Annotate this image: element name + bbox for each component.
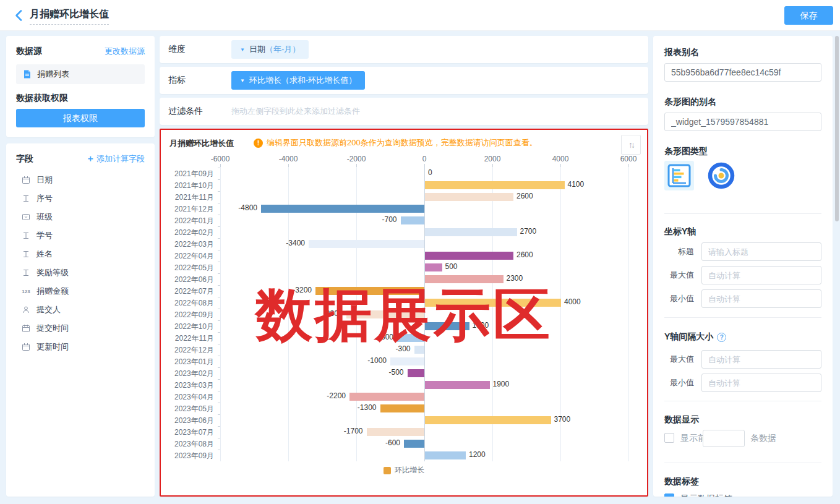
bar-value-label: 0 bbox=[428, 168, 432, 177]
bar-value-label: 500 bbox=[445, 262, 458, 271]
bar[interactable] bbox=[425, 228, 517, 236]
category-tick bbox=[218, 309, 220, 309]
category-label: 2022年02月 bbox=[161, 228, 214, 238]
field-item[interactable]: 提交时间 bbox=[16, 319, 145, 338]
chevron-down-icon: ▼ bbox=[240, 78, 245, 83]
field-item[interactable]: 序号 bbox=[16, 189, 145, 208]
bar[interactable] bbox=[349, 393, 424, 401]
sort-arrows-icon[interactable]: ↑↓ bbox=[621, 135, 641, 155]
bar-value-label: 3700 bbox=[554, 415, 571, 424]
field-item[interactable]: 奖励等级 bbox=[16, 263, 145, 282]
y-interval-input[interactable] bbox=[701, 374, 821, 392]
show-first-checkbox[interactable] bbox=[664, 433, 674, 443]
x-tick-label: -2000 bbox=[347, 155, 366, 163]
gridline bbox=[220, 167, 221, 461]
bar-value-label: 4100 bbox=[568, 180, 585, 189]
bar[interactable] bbox=[425, 322, 469, 330]
bar[interactable] bbox=[346, 310, 425, 318]
metric-label: 指标 bbox=[160, 75, 231, 86]
bar[interactable] bbox=[425, 451, 466, 459]
datasource-item[interactable]: 捐赠列表 bbox=[16, 64, 145, 84]
report-alias-title: 报表别名 bbox=[664, 47, 699, 58]
field-item[interactable]: 提交人 bbox=[16, 301, 145, 319]
bar[interactable] bbox=[309, 240, 424, 248]
page-scrollbar[interactable] bbox=[835, 36, 839, 221]
report-alias-input[interactable] bbox=[664, 63, 821, 82]
field-item[interactable]: 123捐赠金额 bbox=[16, 282, 145, 301]
datasource-item-label: 捐赠列表 bbox=[37, 69, 69, 80]
legend-item[interactable]: 环比增长 bbox=[384, 465, 424, 476]
bar[interactable] bbox=[397, 334, 424, 342]
bar[interactable] bbox=[390, 357, 424, 365]
category-tick bbox=[218, 215, 220, 215]
field-item-label: 序号 bbox=[36, 193, 53, 204]
x-tick-label: 4000 bbox=[552, 155, 569, 163]
data-display-title: 数据显示 bbox=[664, 414, 699, 425]
bar[interactable] bbox=[425, 299, 561, 307]
field-item[interactable]: 班级 bbox=[16, 208, 145, 226]
metric-tag[interactable]: ▼ 环比增长（求和-环比增长值） bbox=[231, 71, 365, 90]
field-item[interactable]: 学号 bbox=[16, 226, 145, 245]
back-icon[interactable] bbox=[12, 9, 26, 22]
filter-row[interactable]: 过滤条件 拖动左侧字段到此处来添加过滤条件 bbox=[160, 98, 648, 125]
question-icon[interactable]: ? bbox=[717, 333, 726, 342]
text-icon bbox=[20, 268, 32, 277]
bar[interactable] bbox=[367, 428, 425, 436]
y-interval-title: Y轴间隔大小 ? bbox=[664, 331, 726, 343]
save-button[interactable]: 保存 bbox=[784, 6, 833, 25]
bar[interactable] bbox=[425, 193, 513, 201]
field-item-label: 日期 bbox=[36, 174, 53, 186]
number-icon: 123 bbox=[20, 289, 32, 294]
bar[interactable] bbox=[425, 381, 490, 389]
horizontal-bar-chart-icon[interactable] bbox=[664, 161, 694, 190]
category-label: 2022年01月 bbox=[161, 216, 214, 226]
text-icon bbox=[20, 250, 32, 258]
page-title[interactable]: 月捐赠环比增长值 bbox=[30, 8, 109, 25]
bar[interactable] bbox=[408, 369, 425, 377]
dimension-tag[interactable]: ▼ 日期 （年-月） bbox=[231, 40, 309, 59]
radial-bar-chart-icon[interactable] bbox=[706, 161, 736, 190]
widget-alias-input[interactable] bbox=[664, 113, 821, 131]
field-item[interactable]: 更新时间 bbox=[16, 338, 145, 356]
bar[interactable] bbox=[401, 216, 425, 224]
bar-value-label: -3400 bbox=[286, 239, 305, 247]
add-calc-field-link[interactable]: ＋添加计算字段 bbox=[86, 153, 145, 164]
field-item-label: 捐赠金额 bbox=[36, 286, 69, 297]
bar[interactable] bbox=[425, 181, 565, 189]
bar[interactable] bbox=[380, 404, 425, 412]
bar[interactable] bbox=[414, 346, 425, 354]
legend-swatch bbox=[384, 467, 391, 474]
category-label: 2022年10月 bbox=[161, 322, 214, 332]
y-interval-input[interactable] bbox=[701, 350, 821, 369]
category-tick bbox=[218, 391, 220, 391]
field-item[interactable]: 姓名 bbox=[16, 245, 145, 263]
bar[interactable] bbox=[261, 205, 424, 213]
filter-label: 过滤条件 bbox=[160, 106, 231, 117]
category-tick bbox=[218, 238, 220, 239]
bar[interactable] bbox=[315, 287, 424, 295]
change-datasource-link[interactable]: 更改数据源 bbox=[105, 46, 145, 57]
bar[interactable] bbox=[404, 440, 424, 448]
x-tick-label: -6000 bbox=[211, 155, 230, 163]
y-interval-row: 最小值 bbox=[664, 374, 821, 392]
category-label: 2023年06月 bbox=[161, 416, 214, 426]
report-permission-button[interactable]: 报表权限 bbox=[16, 109, 145, 127]
y-axis-input[interactable] bbox=[701, 266, 821, 284]
show-data-label-checkbox[interactable]: ✓ bbox=[664, 493, 674, 497]
category-tick bbox=[218, 379, 220, 380]
axis-tick bbox=[628, 164, 629, 167]
bar-value-label: -800 bbox=[379, 333, 393, 341]
y-axis-row: 最小值 bbox=[664, 289, 821, 308]
bar-value-label: -4800 bbox=[238, 203, 257, 212]
bar[interactable] bbox=[425, 252, 513, 260]
show-first-count-input[interactable] bbox=[703, 430, 745, 447]
bar[interactable] bbox=[425, 275, 504, 283]
y-axis-input[interactable] bbox=[701, 289, 821, 308]
field-item[interactable]: 日期 bbox=[16, 171, 145, 189]
bar[interactable] bbox=[425, 416, 551, 424]
category-label: 2022年07月 bbox=[161, 286, 214, 297]
category-label: 2022年08月 bbox=[161, 298, 214, 309]
category-tick bbox=[218, 320, 220, 321]
y-axis-input[interactable] bbox=[701, 242, 821, 261]
bar[interactable] bbox=[425, 263, 442, 271]
